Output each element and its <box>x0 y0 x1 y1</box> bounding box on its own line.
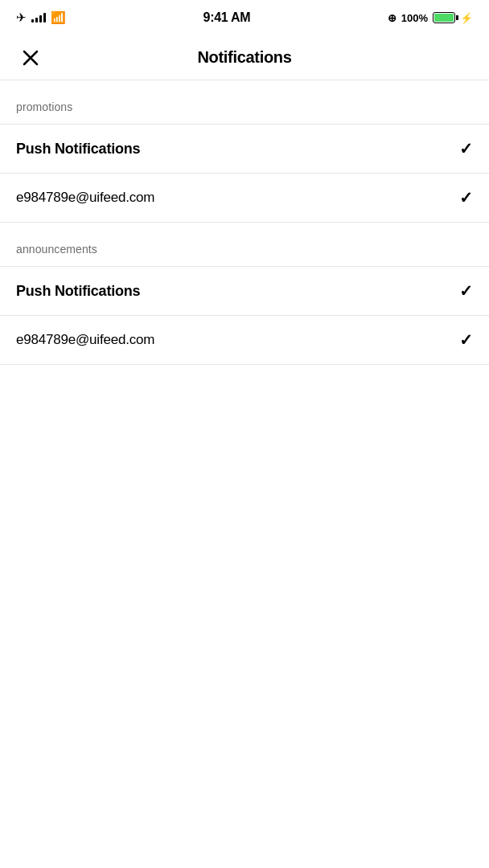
list-section-promotions: Push Notifications✓e984789e@uifeed.com✓ <box>0 124 489 223</box>
checkmark-ann-email: ✓ <box>459 330 473 350</box>
list-item-ann-push[interactable]: Push Notifications✓ <box>0 266 489 316</box>
battery-percent: 100% <box>401 12 428 24</box>
list-item-ann-email[interactable]: e984789e@uifeed.com✓ <box>0 316 489 365</box>
section-label-announcements: announcements <box>16 243 97 256</box>
checkmark-promo-email: ✓ <box>459 188 473 207</box>
page-title: Notifications <box>197 48 291 67</box>
lock-icon: ⊕ <box>388 12 397 24</box>
charging-icon: ⚡ <box>460 12 473 24</box>
signal-bars-icon <box>31 13 46 23</box>
section-label-promotions: promotions <box>16 100 72 113</box>
status-bar-time: 9:41 AM <box>203 10 251 25</box>
list-item-promo-push[interactable]: Push Notifications✓ <box>0 124 489 174</box>
close-button[interactable] <box>16 43 45 72</box>
page-header: Notifications <box>0 35 489 80</box>
list-item-label-ann-email: e984789e@uifeed.com <box>16 332 154 348</box>
status-bar-right: ⊕ 100% ⚡ <box>388 12 473 24</box>
wifi-icon: 📶 <box>51 10 66 25</box>
battery-icon <box>433 12 455 23</box>
status-bar-left: ✈ 📶 <box>16 10 66 25</box>
section-header-promotions: promotions <box>0 80 489 124</box>
list-item-label-promo-push: Push Notifications <box>16 141 140 158</box>
list-item-promo-email[interactable]: e984789e@uifeed.com✓ <box>0 174 489 223</box>
list-section-announcements: Push Notifications✓e984789e@uifeed.com✓ <box>0 266 489 365</box>
list-item-label-ann-push: Push Notifications <box>16 283 140 300</box>
notifications-content: promotionsPush Notifications✓e984789e@ui… <box>0 80 489 365</box>
section-header-announcements: announcements <box>0 223 489 266</box>
airplane-icon: ✈ <box>16 10 27 25</box>
list-item-label-promo-email: e984789e@uifeed.com <box>16 190 154 206</box>
checkmark-promo-push: ✓ <box>459 139 473 158</box>
close-icon <box>23 50 39 66</box>
status-bar: ✈ 📶 9:41 AM ⊕ 100% ⚡ <box>0 0 489 35</box>
checkmark-ann-push: ✓ <box>459 281 473 301</box>
